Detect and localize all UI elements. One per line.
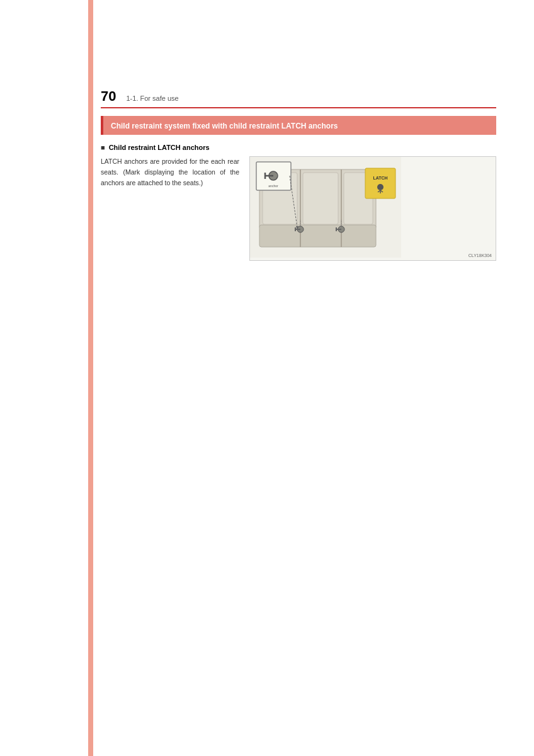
seat-diagram-svg: anchor LATCH <box>250 157 401 258</box>
section-banner: Child restraint system fixed with child … <box>101 116 496 135</box>
seat-diagram-container: anchor LATCH CLY18K304 <box>249 156 496 261</box>
page-container: 70 1-1. For safe use Child restraint sys… <box>0 0 534 756</box>
subsection-title: Child restraint LATCH anchors <box>109 144 210 151</box>
left-accent-bar <box>88 0 93 756</box>
section-title: 1-1. For safe use <box>126 94 178 102</box>
page-number: 70 <box>101 88 116 105</box>
svg-point-25 <box>377 184 383 190</box>
svg-rect-6 <box>303 173 338 224</box>
body-text: LATCH anchors are provided for the each … <box>101 156 239 188</box>
subsection-bullet: ■ <box>101 144 105 151</box>
subsection-header: ■ Child restraint LATCH anchors <box>101 144 496 151</box>
svg-text:LATCH: LATCH <box>373 176 387 180</box>
page-header: 70 1-1. For safe use <box>101 88 496 108</box>
content-row: LATCH anchors are provided for the each … <box>101 156 496 261</box>
subsection-latch-anchors: ■ Child restraint LATCH anchors LATCH an… <box>101 144 496 261</box>
section-banner-text: Child restraint system fixed with child … <box>111 122 338 130</box>
content-area: 70 1-1. For safe use Child restraint sys… <box>101 88 496 718</box>
svg-text:anchor: anchor <box>268 184 278 188</box>
svg-rect-2 <box>259 225 376 247</box>
svg-rect-23 <box>365 168 395 198</box>
paragraph-text: LATCH anchors are provided for the each … <box>101 158 239 186</box>
diagram-caption: CLY18K304 <box>469 253 492 258</box>
